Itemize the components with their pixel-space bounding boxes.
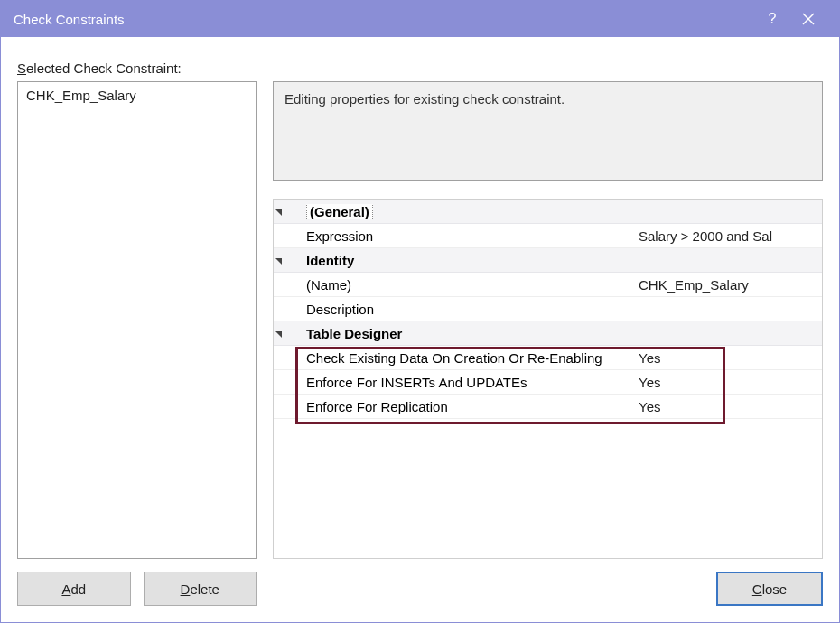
prop-name[interactable]: (Name) CHK_Emp_Salary <box>274 273 822 297</box>
list-item[interactable]: CHK_Emp_Salary <box>18 82 256 108</box>
category-table-designer[interactable]: Table Designer <box>274 321 822 346</box>
prop-enforce-replication[interactable]: Enforce For Replication Yes <box>274 395 822 419</box>
chevron-down-icon[interactable] <box>274 329 299 339</box>
close-button[interactable]: Close <box>716 572 823 606</box>
prop-expression[interactable]: Expression Salary > 2000 and Sal <box>274 224 822 248</box>
chevron-down-icon[interactable] <box>274 256 299 265</box>
info-panel: Editing properties for existing check co… <box>273 81 823 181</box>
category-general[interactable]: (General) <box>274 200 822 224</box>
property-grid[interactable]: (General) Expression Salary > 2000 and S… <box>273 199 823 559</box>
category-identity[interactable]: Identity <box>274 248 822 273</box>
prop-check-existing[interactable]: Check Existing Data On Creation Or Re-En… <box>274 346 822 370</box>
delete-button[interactable]: Delete <box>144 572 257 606</box>
add-button[interactable]: Add <box>17 572 131 606</box>
close-icon[interactable] <box>790 13 826 25</box>
selected-constraint-label: Selected Check Constraint: <box>17 60 823 76</box>
constraint-listbox[interactable]: CHK_Emp_Salary <box>17 81 257 559</box>
help-icon[interactable]: ? <box>754 11 790 27</box>
prop-enforce-inserts-updates[interactable]: Enforce For INSERTs And UPDATEs Yes <box>274 370 822 395</box>
titlebar-title: Check Constraints <box>14 12 754 27</box>
chevron-down-icon[interactable] <box>274 207 299 217</box>
prop-description[interactable]: Description <box>274 297 822 321</box>
titlebar: Check Constraints ? <box>1 1 839 37</box>
